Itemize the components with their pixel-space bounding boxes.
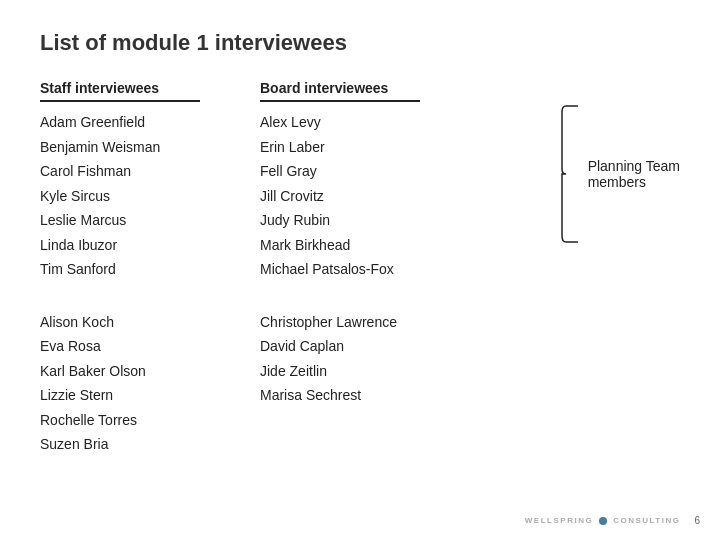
board-group2-list: Christopher LawrenceDavid CaplanJide Zei…: [260, 310, 420, 408]
list-item: David Caplan: [260, 334, 420, 359]
list-item: Leslie Marcus: [40, 208, 200, 233]
staff-header: Staff interviewees: [40, 80, 200, 102]
first-section: Staff interviewees Adam GreenfieldBenjam…: [40, 80, 680, 282]
list-item: Adam Greenfield: [40, 110, 200, 135]
list-item: Rochelle Torres: [40, 408, 200, 433]
page-container: List of module 1 interviewees Staff inte…: [0, 0, 720, 477]
list-item: Christopher Lawrence: [260, 310, 420, 335]
second-section: Alison KochEva RosaKarl Baker OlsonLizzi…: [40, 310, 680, 457]
list-item: Lizzie Stern: [40, 383, 200, 408]
list-item: Erin Laber: [260, 135, 420, 160]
list-item: Karl Baker Olson: [40, 359, 200, 384]
list-item: Judy Rubin: [260, 208, 420, 233]
list-item: Michael Patsalos-Fox: [260, 257, 420, 282]
staff-group2-column: Alison KochEva RosaKarl Baker OlsonLizzi…: [40, 310, 200, 457]
list-item: Eva Rosa: [40, 334, 200, 359]
footer-consulting: CONSULTING: [613, 516, 680, 525]
list-item: Alex Levy: [260, 110, 420, 135]
bracket-svg: [560, 104, 582, 244]
list-item: Fell Gray: [260, 159, 420, 184]
list-item: Jill Crovitz: [260, 184, 420, 209]
board-group1-list: Alex LevyErin LaberFell GrayJill Crovitz…: [260, 110, 420, 282]
list-item: Benjamin Weisman: [40, 135, 200, 160]
board-group2-column: Christopher LawrenceDavid CaplanJide Zei…: [260, 310, 420, 457]
list-item: Linda Ibuzor: [40, 233, 200, 258]
staff-group2-list: Alison KochEva RosaKarl Baker OlsonLizzi…: [40, 310, 200, 457]
footer: WELLSPRING CONSULTING 6: [525, 515, 700, 526]
list-item: Jide Zeitlin: [260, 359, 420, 384]
list-item: Carol Fishman: [40, 159, 200, 184]
board-header: Board interviewees: [260, 80, 420, 102]
list-item: Marisa Sechrest: [260, 383, 420, 408]
staff-group1-list: Adam GreenfieldBenjamin WeismanCarol Fis…: [40, 110, 200, 282]
list-item: Suzen Bria: [40, 432, 200, 457]
page-title: List of module 1 interviewees: [40, 30, 680, 56]
list-item: Mark Birkhead: [260, 233, 420, 258]
bracket-area: Planning Team members: [560, 104, 680, 244]
list-item: Alison Koch: [40, 310, 200, 335]
staff-column: Staff interviewees Adam GreenfieldBenjam…: [40, 80, 200, 282]
bracket-label: Planning Team members: [588, 158, 680, 190]
board-column: Board interviewees Alex LevyErin LaberFe…: [260, 80, 420, 282]
list-item: Kyle Sircus: [40, 184, 200, 209]
column-group: Staff interviewees Adam GreenfieldBenjam…: [40, 80, 560, 282]
footer-page-number: 6: [694, 515, 700, 526]
list-item: Tim Sanford: [40, 257, 200, 282]
footer-dot-icon: [599, 517, 607, 525]
footer-logo: WELLSPRING: [525, 516, 593, 525]
